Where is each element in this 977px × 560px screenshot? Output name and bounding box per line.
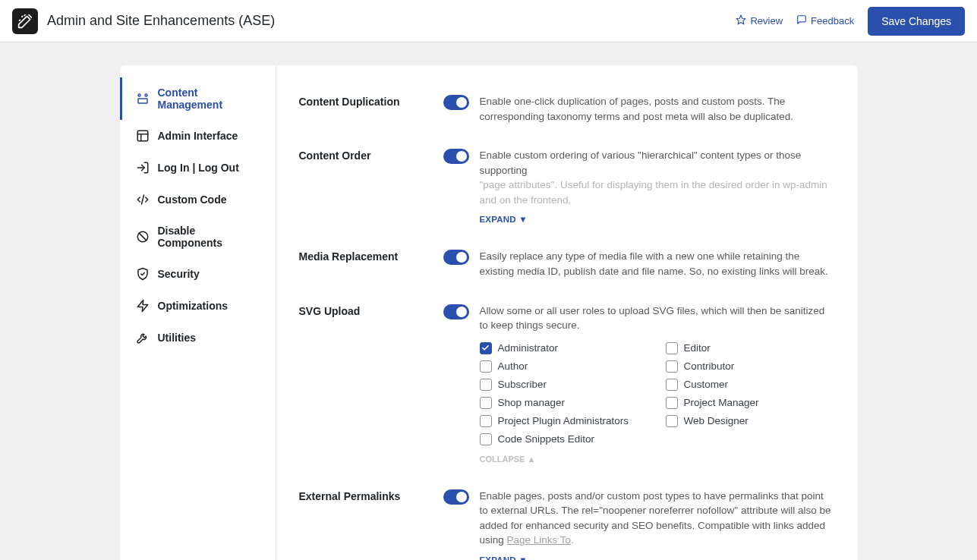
sidebar-item-utilities[interactable]: Utilities (120, 322, 276, 354)
role-item: Web Designer (666, 415, 835, 427)
bolt-icon (136, 299, 150, 313)
role-label: Administrator (498, 342, 559, 354)
setting-content-order: Content Order Enable custom ordering of … (299, 136, 835, 237)
expand-button[interactable]: EXPAND ▼ (480, 215, 528, 224)
toggle-content-order[interactable] (443, 149, 469, 164)
topbar-right: Review Feedback Save Changes (736, 7, 965, 36)
role-checkbox[interactable] (480, 415, 492, 427)
toggle-media-replacement[interactable] (443, 250, 469, 265)
role-label: Author (498, 360, 528, 372)
content-icon (136, 92, 150, 105)
shield-icon (136, 267, 150, 281)
sidebar-item-login-logout[interactable]: Log In | Log Out (120, 152, 276, 184)
page-title: Admin and Site Enhancements (ASE) (47, 13, 275, 29)
role-checkbox[interactable] (480, 342, 492, 354)
toggle-content-duplication[interactable] (443, 95, 469, 110)
role-item: Project Manager (666, 397, 835, 409)
setting-desc: Enable pages, posts and/or custom post t… (480, 489, 835, 548)
ban-icon (136, 230, 150, 244)
tools-icon (136, 331, 150, 344)
role-item: Editor (666, 342, 835, 354)
sidebar-item-label: Optimizations (158, 300, 228, 312)
svg-marker-11 (137, 300, 148, 312)
toggle-external-permalinks[interactable] (443, 489, 469, 505)
role-item: Shop manager (480, 397, 649, 409)
svg-point-2 (145, 94, 147, 96)
sidebar: Content Management Admin Interface Log I… (120, 65, 276, 560)
review-label: Review (750, 15, 783, 27)
role-label: Web Designer (684, 415, 749, 426)
setting-title: External Permalinks (299, 489, 427, 560)
sidebar-item-label: Custom Code (158, 193, 227, 206)
sidebar-item-disable-components[interactable]: Disable Components (120, 216, 276, 258)
expand-button[interactable]: EXPAND ▼ (480, 555, 528, 560)
role-item: Code Snippets Editor (480, 433, 649, 445)
role-checkbox[interactable] (480, 360, 492, 373)
role-item: Project Plugin Administrators (480, 415, 649, 427)
feedback-link[interactable]: Feedback (796, 14, 854, 27)
setting-title: Content Duplication (299, 94, 427, 124)
svg-rect-3 (138, 99, 147, 103)
sidebar-item-security[interactable]: Security (120, 258, 276, 290)
role-label: Subscriber (498, 379, 547, 390)
setting-svg-upload: SVG Upload Allow some or all user roles … (299, 291, 835, 477)
sidebar-item-label: Log In | Log Out (158, 162, 239, 174)
feedback-label: Feedback (811, 15, 854, 27)
role-item: Subscriber (480, 379, 649, 391)
setting-external-permalinks: External Permalinks Enable pages, posts … (299, 477, 835, 560)
svg-rect-4 (137, 131, 148, 141)
role-item: Customer (666, 379, 835, 391)
settings-content: Content Duplication Enable one-click dup… (276, 65, 858, 560)
svg-marker-0 (737, 15, 746, 24)
setting-desc: Enable custom ordering of various "hiera… (480, 148, 835, 207)
role-item: Author (480, 360, 649, 373)
app-logo-icon (12, 8, 38, 34)
role-item: Contributor (666, 360, 835, 373)
settings-panel: Content Management Admin Interface Log I… (120, 65, 858, 560)
svg-point-1 (138, 94, 140, 96)
collapse-button[interactable]: COLLAPSE ▲ (480, 455, 536, 464)
role-label: Customer (684, 379, 729, 390)
role-checkbox[interactable] (666, 342, 678, 354)
role-label: Contributor (684, 360, 735, 372)
role-checkbox[interactable] (480, 397, 492, 409)
setting-title: Content Order (299, 148, 427, 225)
setting-desc: Enable one-click duplication of pages, p… (480, 94, 835, 124)
role-checkbox[interactable] (480, 379, 492, 391)
svg-line-8 (141, 195, 143, 204)
toggle-svg-upload[interactable] (443, 304, 469, 319)
role-label: Project Manager (684, 397, 759, 408)
star-icon (736, 14, 746, 27)
save-button[interactable]: Save Changes (868, 7, 965, 36)
sidebar-item-label: Disable Components (158, 225, 262, 249)
role-label: Editor (684, 342, 711, 354)
sidebar-item-content-management[interactable]: Content Management (120, 77, 276, 120)
sidebar-item-optimizations[interactable]: Optimizations (120, 290, 276, 322)
layout-icon (136, 129, 150, 143)
sidebar-item-custom-code[interactable]: Custom Code (120, 184, 276, 216)
setting-desc: Allow some or all user roles to upload S… (480, 304, 835, 333)
role-checkbox[interactable] (480, 433, 492, 445)
review-link[interactable]: Review (736, 14, 783, 27)
sidebar-item-label: Admin Interface (158, 130, 238, 142)
role-item: Administrator (480, 342, 649, 354)
setting-media-replacement: Media Replacement Easily replace any typ… (299, 237, 835, 291)
sidebar-item-label: Content Management (158, 87, 262, 111)
setting-content-duplication: Content Duplication Enable one-click dup… (299, 82, 835, 136)
role-checkbox[interactable] (666, 397, 678, 409)
comment-icon (796, 14, 807, 27)
role-checkbox[interactable] (666, 360, 678, 373)
roles-grid: AdministratorEditorAuthorContributorSubs… (480, 342, 835, 445)
setting-desc: Easily replace any type of media file wi… (480, 249, 835, 278)
role-checkbox[interactable] (666, 415, 678, 427)
setting-title: Media Replacement (299, 249, 427, 278)
login-icon (136, 161, 150, 175)
sidebar-item-label: Utilities (158, 332, 197, 344)
role-label: Shop manager (498, 397, 566, 408)
role-label: Code Snippets Editor (498, 433, 595, 445)
sidebar-item-admin-interface[interactable]: Admin Interface (120, 120, 276, 152)
sidebar-item-label: Security (158, 268, 200, 280)
top-bar: Admin and Site Enhancements (ASE) Review… (0, 0, 977, 42)
role-checkbox[interactable] (666, 379, 678, 391)
setting-title: SVG Upload (299, 304, 427, 464)
